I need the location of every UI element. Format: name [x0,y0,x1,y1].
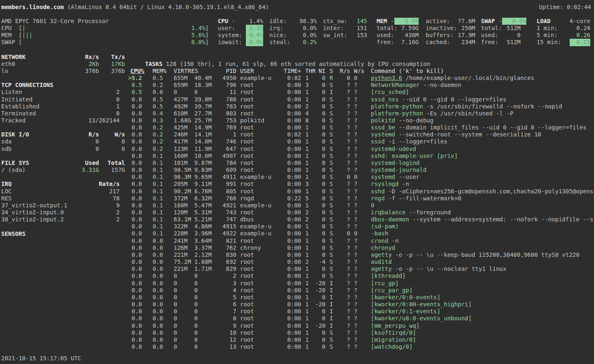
stat-value: 0.0% [303,25,317,32]
col-header-time[interactable]: TIME+ [277,68,301,75]
stat-row: irq:0.0% [269,25,317,32]
proc-time: 0:00 [277,181,301,188]
stat-value: 0.24 [576,25,590,32]
proc-command-args: -D -oCiphers=aes256-gcm@openssh.com,chac… [385,188,594,195]
proc-nice: 0 [311,82,325,89]
process-row: 0.00.0221M2.12M830root0:0010S??agetty -o… [128,251,594,258]
process-row: 0.00.0007root0:0010I??[kworker/0:1-event… [128,308,594,315]
proc-user: root [240,209,277,216]
proc-command-args: -n [388,237,398,244]
stat-label: cached: [426,39,450,46]
cpu-stats-col2: idle:98.3%irq:0.0%nice:0.0%steal:0.2% [269,18,317,46]
proc-threads: 1 [305,153,311,160]
section-title-text: NETWORK [1,54,26,61]
proc-cpu: 0.0 [132,131,146,138]
proc-res: 0 [194,272,215,279]
proc-nice: 0 [311,202,325,209]
proc-user: rngd [240,195,277,202]
proc-user: root [240,188,277,195]
proc-cpu: 0.0 [132,110,146,117]
proc-nice: 0 [311,117,325,124]
col-header-cpu[interactable]: CPU% [130,68,148,75]
proc-mem: 0.1 [153,167,167,174]
proc-cpu: 0.0 [132,336,146,343]
proc-res: 9.11M [194,181,215,188]
proc-user: polkitd [240,117,277,124]
process-row: 0.00.1160M5.47M4921example-u0:0010S??0 [128,202,594,209]
stat-row-tcp-connections: Initiated0 [1,96,125,103]
proc-command: systemd --switched-root --system --deser… [371,131,594,138]
terminal-screen[interactable]: members.linode.com (AlmaLinux 8.4 64bit … [0,0,594,364]
cpu-stats-col3: ctx_sw:145inter:151sw_int:153 [323,18,367,39]
proc-pid: 753 [215,117,236,124]
proc-mem: 0.1 [153,223,167,230]
proc-command: systemd-journald [371,167,594,174]
proc-command-name: (sd-pam) [371,223,398,230]
proc-user: root [240,153,277,160]
proc-threads: 1 [305,294,311,301]
proc-read-rate: ? [335,209,350,216]
proc-state: S [330,237,335,244]
proc-mem: 0.2 [153,131,167,138]
proc-user: root [240,181,277,188]
sort-marker [128,160,132,167]
proc-read-rate: ? [335,146,350,153]
proc-virt: 0 [174,336,194,343]
proc-mem: 0.0 [153,308,167,315]
proc-time: 0:00 [277,117,301,124]
stat-value: 145 [357,18,367,25]
sort-marker [128,315,132,322]
proc-user: example-u [240,230,277,237]
proc-res: 0 [194,89,215,96]
proc-command: auditd [371,258,594,265]
proc-nice: 0 [311,110,325,117]
col-header-mem[interactable]: MEM% [153,68,168,75]
stat-row: used:436M [377,32,419,39]
stat-label: MEM - [377,18,394,25]
process-row: 0.00.0003root0:001-20I??[rcu_gp] [128,280,594,287]
stat-value-1: 0 [70,146,99,153]
proc-command-args: --user [395,174,420,180]
proc-command: 0 [371,202,594,209]
col-header-virt[interactable]: VIRT [174,68,188,75]
proc-state: S [330,103,335,110]
stat-value: 436M [405,32,419,39]
proc-state: S [330,202,335,209]
sort-marker [128,308,132,315]
section-col-header: Rate/s [99,181,125,188]
proc-threads: 1 [305,287,311,294]
proc-pid: 8 [215,315,236,322]
proc-state: S [330,209,335,216]
process-row: 0.00.0006root0:001-20I??[kworker/0:0H-ev… [128,301,594,308]
proc-time: 0:00 [277,280,301,287]
stat-name: Tracked [1,117,26,124]
proc-pid: 13 [215,343,236,350]
proc-virt: 101M [174,160,194,167]
proc-virt: 322M [174,223,194,230]
proc-user: root [240,315,277,322]
proc-cpu: 0.0 [132,195,146,202]
sort-marker [128,244,132,251]
proc-time: 0:00 [277,167,301,174]
proc-nice: 0 [311,167,325,174]
proc-command-name: [kworker/0:0H-events_highpri] [371,301,471,308]
col-header-user[interactable]: USER [240,68,277,75]
proc-command-name: systemd-udevd [371,146,416,152]
proc-res: 9.65M [194,174,215,181]
proc-read-rate: 0 [335,75,350,82]
gauge-open-bracket: [ [19,25,22,32]
col-header-pid[interactable]: PID [202,68,236,75]
proc-command: [kworker/0:0H-events_highpri] [371,301,594,308]
process-row: 0.00.00010root0:0010S??[ksoftirqd/0] [128,329,594,336]
proc-command-args: -i --logger=files [385,138,448,145]
proc-read-rate: ? [335,336,350,343]
proc-command-name: sshd: example-user [priv] [371,153,458,159]
proc-user: example-u [240,75,277,82]
stat-value: 0.11 [570,39,590,46]
proc-pid: 746 [215,138,236,145]
stat-label: user: [218,25,235,32]
col-header-res[interactable]: RES [188,68,202,75]
proc-nice: 0 [311,237,325,244]
proc-write-rate: ? [354,272,364,279]
section-col1-header: Used [70,160,99,167]
